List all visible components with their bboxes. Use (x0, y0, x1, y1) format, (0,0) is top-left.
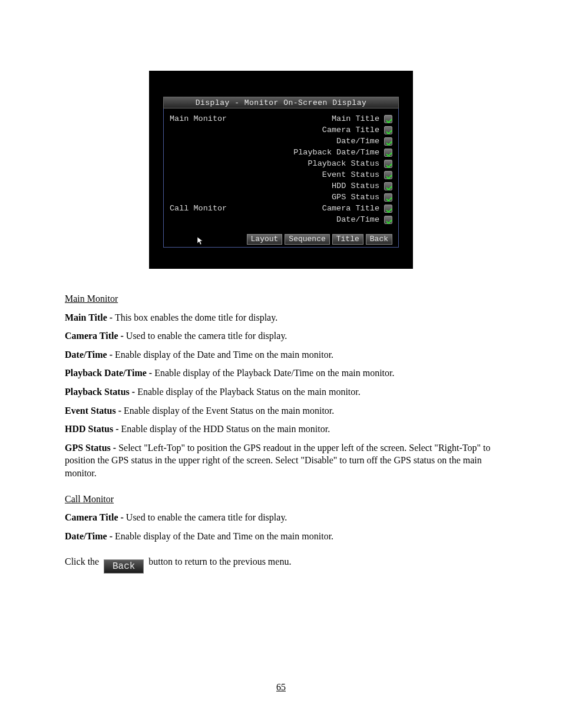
field-text: This box enables the dome title for disp… (113, 312, 277, 322)
field-label: Main Title - (65, 312, 113, 322)
field-text: Enable display of the Date and Time on t… (113, 531, 333, 541)
checkbox-hdd-status[interactable] (384, 182, 392, 190)
checkbox-call-camera-title[interactable] (384, 205, 392, 213)
field-text: Used to enable the camera title for disp… (124, 512, 287, 522)
checkbox-playback-date-time[interactable] (384, 149, 392, 157)
call-monitor-section: Call Monitor Camera Title - Used to enab… (65, 493, 497, 543)
body-paragraph: HDD Status - Enable display of the HDD S… (65, 423, 497, 436)
back-post-text: button to return to the previous menu. (148, 556, 291, 566)
field-text: Enable display of the Playback Date/Time… (152, 368, 394, 378)
field-label: Date/Time - (65, 531, 113, 541)
osd-row: Event Status (170, 169, 392, 180)
field-text: Enable display of the HDD Status on the … (119, 424, 330, 434)
osd-row: Playback Status (170, 158, 392, 169)
checkbox-gps-status[interactable] (384, 193, 392, 202)
osd-row: Date/Time (170, 136, 392, 147)
body-paragraph: Event Status - Enable display of the Eve… (65, 404, 497, 417)
option-label: GPS Status (252, 193, 384, 202)
option-label: Camera Title (252, 126, 384, 134)
field-text: Select "Left-Top" to position the GPS re… (65, 443, 490, 478)
field-label: Date/Time - (65, 350, 113, 360)
body-paragraph: Camera Title - Used to enable the camera… (65, 330, 497, 342)
back-button[interactable]: Back (366, 234, 392, 245)
checkbox-event-status[interactable] (384, 171, 392, 179)
osd-row: HDD Status (170, 180, 392, 192)
dvr-screenshot: Display - Monitor On-Screen Display Main… (149, 71, 413, 269)
field-label: Event Status - (65, 406, 121, 416)
osd-row: Playback Date/Time (170, 147, 392, 158)
checkbox-playback-status[interactable] (384, 160, 392, 168)
osd-row: Date/Time (170, 214, 392, 225)
body-paragraph: Playback Status - Enable display of the … (65, 386, 497, 398)
back-button-image: Back (104, 559, 144, 574)
page-number: 65 (0, 682, 562, 693)
field-text: Used to enable the camera title for disp… (124, 331, 287, 341)
option-label: Date/Time (252, 215, 384, 224)
body-paragraph: Playback Date/Time - Enable display of t… (65, 367, 497, 380)
option-label: Event Status (252, 170, 384, 179)
osd-row: Main Monitor Main Title (170, 113, 392, 124)
checkbox-call-date-time[interactable] (384, 216, 392, 224)
field-text: Enable display of the Playback Status on… (135, 387, 361, 397)
option-label: Playback Date/Time (252, 148, 384, 157)
back-pre-text: Click the (65, 556, 101, 566)
main-monitor-section: Main Monitor Main Title - This box enabl… (65, 292, 497, 480)
field-label: GPS Status - (65, 443, 116, 453)
osd-row: GPS Status (170, 192, 392, 203)
title-button[interactable]: Title (332, 234, 363, 245)
call-monitor-heading: Call Monitor (65, 493, 497, 506)
screenshot-container: Display - Monitor On-Screen Display Main… (65, 71, 497, 269)
page-number-value: 65 (276, 682, 286, 692)
layout-button[interactable]: Layout (247, 234, 283, 245)
field-label: Playback Date/Time - (65, 368, 152, 378)
section-label: Main Monitor (170, 114, 252, 123)
osd-titlebar: Display - Monitor On-Screen Display (163, 97, 399, 108)
body-paragraph: GPS Status - Select "Left-Top" to positi… (65, 442, 497, 480)
sequence-button[interactable]: Sequence (285, 234, 329, 245)
option-label: HDD Status (252, 182, 384, 190)
checkbox-main-title[interactable] (384, 115, 392, 123)
body-paragraph: Main Title - This box enables the dome t… (65, 311, 497, 324)
option-label: Date/Time (252, 137, 384, 146)
osd-body: Main Monitor Main Title Camera Title Dat… (163, 108, 399, 248)
osd-row: Call Monitor Camera Title (170, 203, 392, 214)
field-label: HDD Status - (65, 424, 119, 434)
document-page: Display - Monitor On-Screen Display Main… (0, 0, 562, 728)
field-label: Camera Title - (65, 512, 124, 522)
field-label: Camera Title - (65, 331, 124, 341)
option-label: Playback Status (252, 159, 384, 168)
field-text: Enable display of the Event Status on th… (121, 406, 334, 416)
option-label: Camera Title (252, 204, 384, 213)
checkbox-camera-title[interactable] (384, 126, 392, 134)
option-label: Main Title (252, 114, 384, 123)
body-paragraph: Date/Time - Enable display of the Date a… (65, 348, 497, 361)
checkbox-date-time[interactable] (384, 137, 392, 146)
osd-row: Camera Title (170, 124, 392, 136)
body-paragraph: Date/Time - Enable display of the Date a… (65, 530, 497, 543)
field-label: Playback Status - (65, 387, 135, 397)
back-instruction: Click the Back button to return to the p… (65, 555, 497, 574)
body-paragraph: Camera Title - Used to enable the camera… (65, 511, 497, 524)
main-monitor-heading: Main Monitor (65, 292, 497, 305)
cursor-icon (197, 237, 203, 245)
field-text: Enable display of the Date and Time on t… (113, 350, 333, 360)
section-label: Call Monitor (170, 204, 252, 213)
